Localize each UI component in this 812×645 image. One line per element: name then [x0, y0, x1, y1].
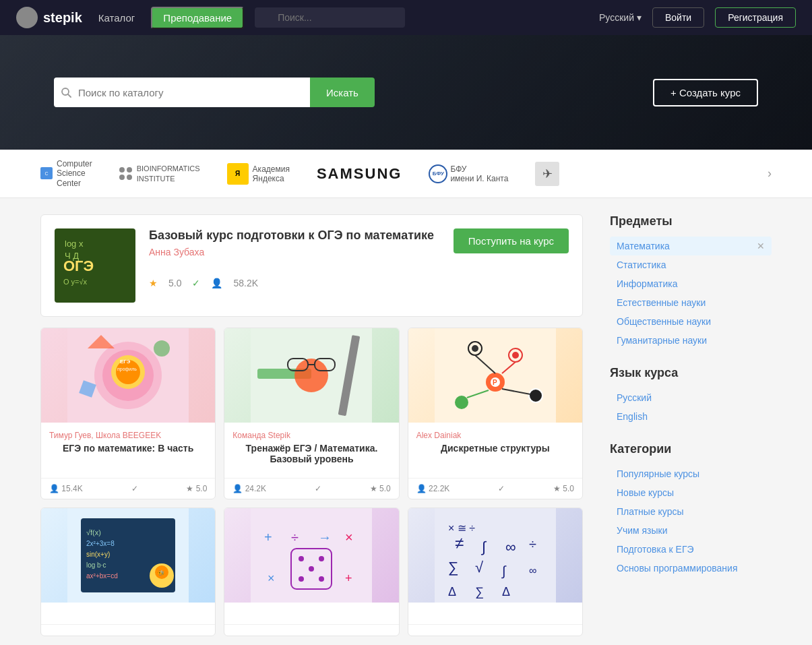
featured-course-card: log x Ч Д ОГЭ О y=√x Поступить на курс Б… [40, 214, 583, 317]
svg-text:÷: ÷ [529, 536, 536, 551]
partner-bioinformatics[interactable]: BIOINFORMATICSINSTITUTE [119, 164, 200, 183]
course-info-1: Команда Stepik Тренажёр ЕГЭ / Математика… [224, 423, 398, 478]
remove-subject-icon[interactable]: ✕ [757, 241, 765, 251]
language-title: Язык курса [610, 366, 772, 380]
svg-text:∑: ∑ [448, 559, 459, 576]
partner-cs-center[interactable]: C ComputerScienceCenter [40, 159, 92, 188]
hero-search-button[interactable]: Искать [310, 78, 375, 107]
course-info-0: Тимур Гуев, Школа BEEGEEK ЕГЭ по математ… [41, 423, 215, 478]
subject-item-1[interactable]: Статистика [610, 255, 772, 274]
course-meta-0: 👤 15.4K ✓ ★ 5.0 [41, 478, 215, 499]
svg-point-58 [299, 576, 304, 582]
nav-teaching-button[interactable]: Преподавание [151, 7, 244, 29]
hero-search-icon [61, 87, 71, 98]
category-item-3[interactable]: Учим языки [610, 521, 772, 540]
partner-yandex[interactable]: Я АкадемияЯндекса [227, 163, 290, 185]
svg-text:Δ: Δ [448, 585, 456, 598]
course-info-4 [224, 603, 398, 624]
categories-list: Популярные курсы Новые курсы Платные кур… [610, 464, 772, 578]
course-author-1: Команда Stepik [232, 431, 390, 440]
bioinformatics-logo-icon [119, 167, 133, 181]
partner-unknown[interactable]: ✈ [535, 162, 559, 186]
hero-section: Искать + Создать курс [0, 35, 812, 150]
main-layout: log x Ч Д ОГЭ О y=√x Поступить на курс Б… [0, 198, 812, 645]
course-title-0: ЕГЭ по математике: В часть [49, 443, 207, 454]
subject-item-2[interactable]: Информатика [610, 274, 772, 293]
svg-text:P: P [493, 379, 497, 386]
course-card-3[interactable]: √f(x) 2x²+3x=8 sin(x+y) log b·c ax²+bx=c… [40, 508, 216, 636]
course-meta-5 [408, 624, 582, 636]
subjects-section: Предметы Математика ✕ Статистика Информа… [610, 214, 772, 350]
course-card-5[interactable]: × ≅ ÷ ≠ ∫ ∞ ÷ ∑ √ ∫ ∞ Δ ∑ Δ [408, 508, 583, 636]
svg-text:Δ: Δ [502, 585, 510, 598]
course-meta-3 [41, 624, 215, 636]
category-item-1[interactable]: Новые курсы [610, 483, 772, 502]
svg-text:ax²+bx=cd: ax²+bx=cd [86, 572, 118, 580]
content-area: log x Ч Д ОГЭ О y=√x Поступить на курс Б… [40, 214, 583, 644]
svg-text:∞: ∞ [505, 539, 516, 555]
course-author-2: Alex Dainiak [416, 431, 574, 440]
svg-text:∑: ∑ [475, 585, 484, 598]
subject-item-5[interactable]: Гуманитарные науки [610, 331, 772, 350]
svg-point-30 [512, 352, 519, 359]
verified-icon: ✓ [192, 278, 200, 288]
course-thumb-1 [224, 328, 398, 423]
course-meta-2: 👤 22.2K ✓ ★ 5.0 [408, 478, 582, 499]
course-thumb-2: P [408, 328, 582, 423]
course-info-2: Alex Dainiak Дискретные структуры [408, 423, 582, 478]
course-card-1[interactable]: Команда Stepik Тренажёр ЕГЭ / Математика… [224, 328, 399, 499]
register-button[interactable]: Регистрация [715, 7, 796, 28]
partners-next-button[interactable]: › [768, 166, 772, 181]
login-button[interactable]: Войти [652, 7, 704, 28]
course-grid-row2: √f(x) 2x²+3x=8 sin(x+y) log b·c ax²+bx=c… [40, 508, 583, 636]
category-item-4[interactable]: Подготовка к ЕГЭ [610, 540, 772, 559]
category-item-5[interactable]: Основы программирования [610, 559, 772, 578]
partner-samsung[interactable]: SAMSUNG [317, 165, 402, 183]
bfu-logo-icon: БФУ [429, 164, 447, 183]
svg-point-56 [299, 556, 304, 561]
language-item-1[interactable]: English [610, 407, 772, 426]
course-card-2[interactable]: P Alex Dainiak Дискретные структуры 👤 22… [408, 328, 583, 499]
svg-point-59 [319, 576, 324, 582]
svg-text:+: + [264, 530, 272, 545]
nav-search-wrap [255, 7, 416, 28]
language-selector[interactable]: Русский ▾ [599, 12, 642, 23]
svg-text:+: + [345, 572, 352, 585]
svg-text:×  ≅  ÷: × ≅ ÷ [448, 522, 475, 534]
course-grid: ЕГЭ профиль Тимур Гуев, Школа BEEGEEK ЕГ… [40, 328, 583, 499]
partner-bfu[interactable]: БФУ БФУимени И. Канта [429, 164, 508, 183]
course-card-4[interactable]: + ÷ → × × + [224, 508, 399, 636]
create-course-button[interactable]: + Создать курс [653, 79, 758, 106]
svg-text:×: × [345, 530, 353, 545]
language-section: Язык курса Русский English [610, 366, 772, 426]
yandex-logo-icon: Я [227, 163, 249, 185]
svg-point-17 [154, 340, 170, 357]
subject-item-3[interactable]: Естественные науки [610, 293, 772, 312]
course-meta-1: 👤 24.2K ✓ ★ 5.0 [224, 478, 398, 499]
svg-point-22 [294, 359, 328, 392]
nav-catalog[interactable]: Каталог [93, 9, 141, 26]
nav-search-input[interactable] [255, 7, 405, 28]
svg-text:√: √ [475, 559, 484, 576]
svg-line-3 [68, 94, 71, 97]
sidebar: Предметы Математика ✕ Статистика Информа… [610, 214, 772, 644]
enroll-button[interactable]: Поступить на курс [454, 228, 569, 253]
featured-rating: 5.0 [168, 278, 181, 288]
subject-item-4[interactable]: Общественные науки [610, 312, 772, 331]
course-card-0[interactable]: ЕГЭ профиль Тимур Гуев, Школа BEEGEEK ЕГ… [40, 328, 216, 499]
subjects-list: Математика ✕ Статистика Информатика Есте… [610, 237, 772, 350]
svg-text:О  y=√x: О y=√x [63, 278, 88, 286]
course-title-1: Тренажёр ЕГЭ / Математика. Базовый урове… [232, 443, 390, 464]
featured-students: 58.2K [233, 278, 258, 288]
language-item-0[interactable]: Русский [610, 388, 772, 407]
svg-text:ЕГЭ: ЕГЭ [120, 359, 131, 365]
subject-item-0[interactable]: Математика ✕ [610, 237, 772, 255]
hero-search-input[interactable] [54, 78, 310, 107]
categories-title: Категории [610, 442, 772, 456]
category-item-2[interactable]: Платные курсы [610, 502, 772, 521]
svg-point-57 [319, 556, 324, 561]
category-item-0[interactable]: Популярные курсы [610, 464, 772, 483]
course-thumb-3: √f(x) 2x²+3x=8 sin(x+y) log b·c ax²+bx=c… [41, 508, 215, 603]
logo[interactable]: stepik [16, 7, 82, 28]
svg-point-60 [309, 566, 314, 572]
